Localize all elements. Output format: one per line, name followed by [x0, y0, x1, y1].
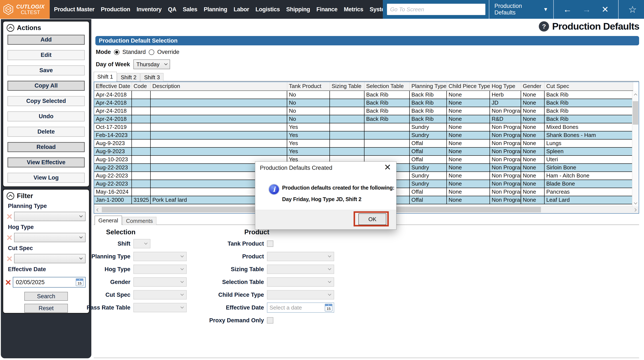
- effective-date-input[interactable]: 02/05/2025 15: [13, 277, 86, 288]
- menu-item-metrics[interactable]: Metrics: [344, 6, 363, 13]
- table-row[interactable]: Apr-24-2018NoBack RibBack RibNoneJDNoneB…: [94, 99, 633, 107]
- brand-logo: CUTLOGIX CLTEST: [0, 0, 50, 19]
- back-icon[interactable]: ←: [563, 5, 572, 14]
- select-sizing-table[interactable]: [267, 265, 334, 274]
- select-selection-table[interactable]: [267, 277, 334, 287]
- screen-selector-dropdown[interactable]: Production Defaults ▼: [494, 3, 548, 16]
- dialog-close-icon[interactable]: ✕: [384, 163, 391, 172]
- filter-select-cut-spec[interactable]: [14, 254, 86, 263]
- scroll-right-icon[interactable]: [632, 206, 639, 213]
- forward-icon[interactable]: →: [582, 5, 591, 14]
- calendar-icon[interactable]: 15: [325, 304, 332, 311]
- select-child-piece-type[interactable]: [267, 290, 334, 300]
- tab-shift-1[interactable]: Shift 1: [94, 72, 117, 82]
- product-form: Tank ProductProductSizing TableSelection…: [200, 239, 334, 329]
- menu-item-sales[interactable]: Sales: [183, 6, 198, 13]
- chevron-down-icon: [144, 241, 148, 245]
- select-hog-type[interactable]: [133, 265, 187, 274]
- undo-button[interactable]: Undo: [8, 111, 85, 121]
- checkbox-proxy-demand-only[interactable]: [267, 317, 273, 324]
- menu-item-product-master[interactable]: Product Master: [54, 6, 94, 13]
- column-header-code[interactable]: Code: [132, 82, 151, 90]
- menu-item-finance[interactable]: Finance: [316, 6, 338, 13]
- column-header-effective-date[interactable]: Effective Date: [94, 82, 132, 90]
- table-row[interactable]: Apr-24-2018NoBack RibBack RibNoneR&DNone…: [94, 115, 633, 123]
- cell-planning-type: Back Rib: [410, 107, 447, 115]
- select-product[interactable]: [267, 252, 334, 261]
- view-effective-button[interactable]: View Effective: [8, 158, 85, 168]
- column-header-hog-type[interactable]: Hog Type: [490, 82, 521, 90]
- field-row-selection-table: Selection Table: [200, 277, 334, 287]
- tab-shift-2[interactable]: Shift 2: [117, 73, 140, 82]
- column-header-sizing-table[interactable]: Sizing Table: [330, 82, 364, 90]
- table-row[interactable]: Feb-14-2023YesSundryNoneNon ProgramNoneS…: [94, 131, 633, 140]
- help-icon[interactable]: ?: [539, 21, 549, 31]
- goto-screen-input[interactable]: [387, 4, 486, 15]
- reload-button[interactable]: Reload: [8, 142, 85, 152]
- filter-select-planning-type[interactable]: [14, 212, 86, 221]
- column-header-child-piece-type[interactable]: Child Piece Type: [447, 82, 490, 90]
- select-planning-type[interactable]: [133, 252, 187, 261]
- save-button[interactable]: Save: [8, 65, 85, 75]
- cell-description: [151, 107, 287, 115]
- radio-standard[interactable]: [114, 49, 120, 55]
- column-header-tank-product[interactable]: Tank Product: [287, 82, 330, 90]
- menu-item-labor[interactable]: Labor: [234, 6, 249, 13]
- scroll-down-icon[interactable]: [632, 200, 639, 206]
- select-gender[interactable]: [133, 277, 187, 287]
- column-header-selection-table[interactable]: Selection Table: [364, 82, 410, 90]
- table-row[interactable]: Oct-17-2019YesSundryNoneNon ProgramNoneM…: [94, 123, 633, 131]
- collapse-panel-icon[interactable]: [6, 24, 14, 32]
- clear-filter-icon[interactable]: ×: [6, 233, 12, 242]
- scroll-up-icon[interactable]: [632, 91, 639, 98]
- clear-date-icon[interactable]: ×: [5, 277, 11, 287]
- ok-button[interactable]: OK: [358, 213, 386, 225]
- column-header-gender[interactable]: Gender: [521, 82, 544, 90]
- menu-item-inventory[interactable]: Inventory: [136, 6, 162, 13]
- checkbox-tank-product[interactable]: [267, 240, 273, 247]
- day-of-week-select[interactable]: Thursday: [133, 59, 170, 69]
- tab-general[interactable]: General: [94, 215, 122, 225]
- vertical-scrollbar-thumb[interactable]: [633, 101, 638, 125]
- collapse-panel-icon[interactable]: [6, 192, 14, 200]
- close-screen-icon[interactable]: ✕: [602, 5, 609, 14]
- tab-comments[interactable]: Comments: [122, 217, 157, 225]
- table-row[interactable]: Apr-24-2018NoBack RibBack RibNoneNon Pro…: [94, 107, 633, 115]
- date-input-effective-date[interactable]: Select a date15: [267, 303, 334, 313]
- tab-shift-3[interactable]: Shift 3: [140, 73, 164, 82]
- cell-child-piece-type: None: [447, 156, 490, 163]
- menu-item-logistics[interactable]: Logistics: [256, 6, 280, 13]
- filter-label-effective-date: Effective Date: [8, 266, 86, 273]
- column-header-planning-type[interactable]: Planning Type: [410, 82, 447, 90]
- select-pass-rate-table[interactable]: [133, 303, 187, 312]
- radio-override[interactable]: [149, 49, 154, 55]
- menu-item-qa[interactable]: QA: [168, 6, 176, 13]
- delete-button[interactable]: Delete: [8, 127, 85, 137]
- table-row[interactable]: Aug-9-2023YesOffalNoneNon ProgramNoneLun…: [94, 140, 633, 148]
- table-row[interactable]: Aug-9-2023YesOffalNoneNon ProgramNoneSpl…: [94, 148, 633, 156]
- search-button[interactable]: Search: [24, 292, 68, 301]
- copy-selected-button[interactable]: Copy Selected: [8, 96, 85, 106]
- cell-sizing-table: [330, 140, 364, 147]
- column-header-cut-spec[interactable]: Cut Spec: [544, 82, 633, 90]
- label-child-piece-type: Child Piece Type: [200, 292, 267, 298]
- table-row[interactable]: Apr-24-2018NoBack RibBack RibNoneHerbNon…: [94, 91, 633, 99]
- reset-button[interactable]: Reset: [24, 304, 68, 313]
- select-cut-spec[interactable]: [133, 290, 187, 300]
- column-header-description[interactable]: Description: [151, 82, 287, 90]
- favorite-star-icon[interactable]: ☆: [618, 4, 637, 15]
- select-shift[interactable]: [133, 239, 150, 248]
- vertical-scrollbar[interactable]: [632, 91, 639, 207]
- menu-item-shipping[interactable]: Shipping: [286, 6, 310, 13]
- edit-button[interactable]: Edit: [8, 50, 85, 60]
- clear-filter-icon[interactable]: ×: [6, 211, 12, 221]
- scroll-left-icon[interactable]: [94, 206, 101, 213]
- view-log-button[interactable]: View Log: [8, 173, 85, 183]
- menu-item-production[interactable]: Production: [101, 6, 130, 13]
- add-button[interactable]: Add: [8, 35, 85, 45]
- clear-filter-icon[interactable]: ×: [6, 254, 12, 263]
- filter-select-hog-type[interactable]: [14, 233, 86, 242]
- menu-item-planning[interactable]: Planning: [204, 6, 227, 13]
- copy-all-button[interactable]: Copy All: [8, 81, 85, 91]
- field-row-hog-type: Hog Type: [81, 265, 187, 274]
